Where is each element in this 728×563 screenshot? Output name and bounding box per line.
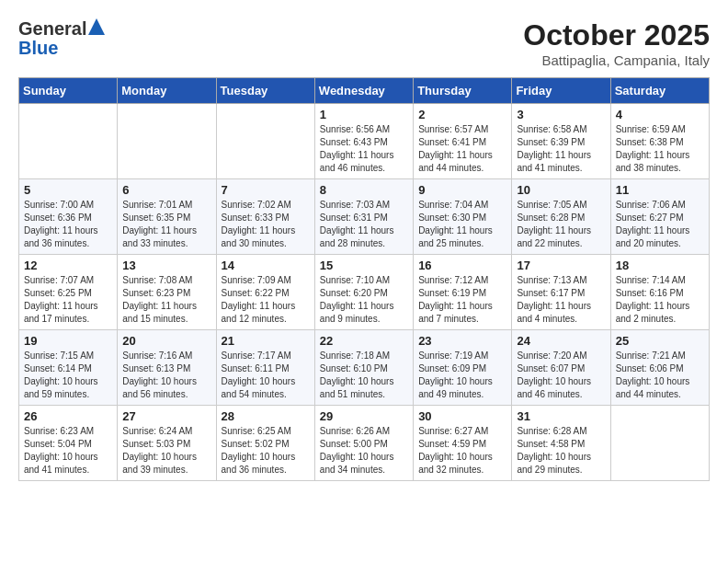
table-row: 28Sunrise: 6:25 AM Sunset: 5:02 PM Dayli… [216, 406, 314, 481]
day-info: Sunrise: 6:23 AM Sunset: 5:04 PM Dayligh… [24, 425, 112, 477]
day-number: 18 [616, 259, 704, 272]
day-info: Sunrise: 7:05 AM Sunset: 6:28 PM Dayligh… [517, 199, 605, 250]
day-number: 15 [320, 259, 408, 272]
day-info: Sunrise: 6:25 AM Sunset: 5:02 PM Dayligh… [222, 425, 310, 477]
table-row: 9Sunrise: 7:04 AM Sunset: 6:30 PM Daylig… [414, 179, 512, 255]
day-number: 26 [24, 409, 112, 423]
table-row: 23Sunrise: 7:19 AM Sunset: 6:09 PM Dayli… [414, 330, 512, 406]
calendar-week-row: 1Sunrise: 6:56 AM Sunset: 6:43 PM Daylig… [19, 104, 710, 179]
table-row [610, 406, 709, 481]
table-row [216, 104, 314, 179]
svg-marker-0 [88, 18, 105, 35]
day-number: 12 [24, 259, 112, 272]
table-row: 16Sunrise: 7:12 AM Sunset: 6:19 PM Dayli… [414, 255, 512, 330]
page-header: General Blue October 2025 Battipaglia, C… [18, 18, 710, 68]
table-row: 17Sunrise: 7:13 AM Sunset: 6:17 PM Dayli… [512, 255, 610, 330]
day-info: Sunrise: 6:28 AM Sunset: 4:58 PM Dayligh… [517, 425, 605, 477]
table-row: 11Sunrise: 7:06 AM Sunset: 6:27 PM Dayli… [610, 179, 709, 255]
day-info: Sunrise: 7:12 AM Sunset: 6:19 PM Dayligh… [418, 274, 506, 326]
day-info: Sunrise: 6:24 AM Sunset: 5:03 PM Dayligh… [122, 425, 210, 477]
table-row: 24Sunrise: 7:20 AM Sunset: 6:07 PM Dayli… [512, 330, 610, 406]
day-info: Sunrise: 6:56 AM Sunset: 6:43 PM Dayligh… [320, 123, 408, 175]
calendar-week-row: 12Sunrise: 7:07 AM Sunset: 6:25 PM Dayli… [19, 255, 710, 330]
col-tuesday: Tuesday [216, 78, 314, 104]
day-number: 11 [616, 183, 704, 197]
day-number: 13 [122, 259, 210, 272]
logo: General Blue [18, 18, 105, 59]
day-info: Sunrise: 7:06 AM Sunset: 6:27 PM Dayligh… [616, 199, 704, 250]
table-row: 5Sunrise: 7:00 AM Sunset: 6:36 PM Daylig… [19, 179, 118, 255]
day-info: Sunrise: 6:57 AM Sunset: 6:41 PM Dayligh… [418, 123, 506, 175]
table-row: 8Sunrise: 7:03 AM Sunset: 6:31 PM Daylig… [314, 179, 413, 255]
calendar-week-row: 26Sunrise: 6:23 AM Sunset: 5:04 PM Dayli… [19, 406, 710, 481]
day-info: Sunrise: 7:17 AM Sunset: 6:11 PM Dayligh… [222, 350, 310, 401]
day-number: 2 [418, 108, 506, 121]
table-row: 27Sunrise: 6:24 AM Sunset: 5:03 PM Dayli… [118, 406, 216, 481]
day-info: Sunrise: 7:21 AM Sunset: 6:06 PM Dayligh… [616, 350, 704, 401]
day-number: 22 [320, 334, 408, 348]
day-info: Sunrise: 7:08 AM Sunset: 6:23 PM Dayligh… [122, 274, 210, 326]
day-info: Sunrise: 7:07 AM Sunset: 6:25 PM Dayligh… [24, 274, 112, 326]
table-row: 3Sunrise: 6:58 AM Sunset: 6:39 PM Daylig… [512, 104, 610, 179]
table-row: 13Sunrise: 7:08 AM Sunset: 6:23 PM Dayli… [118, 255, 216, 330]
table-row: 25Sunrise: 7:21 AM Sunset: 6:06 PM Dayli… [610, 330, 709, 406]
table-row: 26Sunrise: 6:23 AM Sunset: 5:04 PM Dayli… [19, 406, 118, 481]
month-title: October 2025 [523, 18, 710, 52]
day-info: Sunrise: 6:26 AM Sunset: 5:00 PM Dayligh… [320, 425, 408, 477]
day-number: 10 [517, 183, 605, 197]
day-info: Sunrise: 7:18 AM Sunset: 6:10 PM Dayligh… [320, 350, 408, 401]
day-info: Sunrise: 7:14 AM Sunset: 6:16 PM Dayligh… [616, 274, 704, 326]
day-number: 5 [24, 183, 112, 197]
table-row: 7Sunrise: 7:02 AM Sunset: 6:33 PM Daylig… [216, 179, 314, 255]
day-info: Sunrise: 6:58 AM Sunset: 6:39 PM Dayligh… [517, 123, 605, 175]
day-number: 3 [517, 108, 605, 121]
table-row [118, 104, 216, 179]
calendar-table: Sunday Monday Tuesday Wednesday Thursday… [18, 77, 710, 481]
col-monday: Monday [118, 78, 216, 104]
day-info: Sunrise: 7:09 AM Sunset: 6:22 PM Dayligh… [222, 274, 310, 326]
col-saturday: Saturday [610, 78, 709, 104]
day-info: Sunrise: 7:19 AM Sunset: 6:09 PM Dayligh… [418, 350, 506, 401]
day-info: Sunrise: 6:59 AM Sunset: 6:38 PM Dayligh… [616, 123, 704, 175]
day-number: 1 [320, 108, 408, 121]
table-row: 29Sunrise: 6:26 AM Sunset: 5:00 PM Dayli… [314, 406, 413, 481]
day-number: 27 [122, 409, 210, 423]
table-row: 18Sunrise: 7:14 AM Sunset: 6:16 PM Dayli… [610, 255, 709, 330]
day-number: 7 [222, 183, 310, 197]
day-number: 21 [222, 334, 310, 348]
table-row: 19Sunrise: 7:15 AM Sunset: 6:14 PM Dayli… [19, 330, 118, 406]
title-block: October 2025 Battipaglia, Campania, Ital… [523, 18, 710, 68]
table-row: 31Sunrise: 6:28 AM Sunset: 4:58 PM Dayli… [512, 406, 610, 481]
day-number: 28 [222, 409, 310, 423]
logo-general: General [18, 18, 86, 40]
calendar-week-row: 19Sunrise: 7:15 AM Sunset: 6:14 PM Dayli… [19, 330, 710, 406]
day-info: Sunrise: 7:16 AM Sunset: 6:13 PM Dayligh… [122, 350, 210, 401]
table-row: 22Sunrise: 7:18 AM Sunset: 6:10 PM Dayli… [314, 330, 413, 406]
col-sunday: Sunday [19, 78, 118, 104]
day-number: 6 [122, 183, 210, 197]
day-info: Sunrise: 7:20 AM Sunset: 6:07 PM Dayligh… [517, 350, 605, 401]
day-info: Sunrise: 7:10 AM Sunset: 6:20 PM Dayligh… [320, 274, 408, 326]
day-number: 24 [517, 334, 605, 348]
col-wednesday: Wednesday [314, 78, 413, 104]
day-number: 14 [222, 259, 310, 272]
table-row: 20Sunrise: 7:16 AM Sunset: 6:13 PM Dayli… [118, 330, 216, 406]
table-row: 1Sunrise: 6:56 AM Sunset: 6:43 PM Daylig… [314, 104, 413, 179]
logo-blue: Blue [18, 38, 58, 59]
calendar-week-row: 5Sunrise: 7:00 AM Sunset: 6:36 PM Daylig… [19, 179, 710, 255]
table-row: 12Sunrise: 7:07 AM Sunset: 6:25 PM Dayli… [19, 255, 118, 330]
day-number: 16 [418, 259, 506, 272]
day-info: Sunrise: 7:02 AM Sunset: 6:33 PM Dayligh… [222, 199, 310, 250]
day-number: 19 [24, 334, 112, 348]
table-row [19, 104, 118, 179]
logo-icon [88, 18, 105, 35]
col-thursday: Thursday [414, 78, 512, 104]
table-row: 14Sunrise: 7:09 AM Sunset: 6:22 PM Dayli… [216, 255, 314, 330]
table-row: 2Sunrise: 6:57 AM Sunset: 6:41 PM Daylig… [414, 104, 512, 179]
day-number: 29 [320, 409, 408, 423]
table-row: 6Sunrise: 7:01 AM Sunset: 6:35 PM Daylig… [118, 179, 216, 255]
location-subtitle: Battipaglia, Campania, Italy [523, 52, 710, 68]
day-number: 31 [517, 409, 605, 423]
day-info: Sunrise: 6:27 AM Sunset: 4:59 PM Dayligh… [418, 425, 506, 477]
calendar-header-row: Sunday Monday Tuesday Wednesday Thursday… [19, 78, 710, 104]
